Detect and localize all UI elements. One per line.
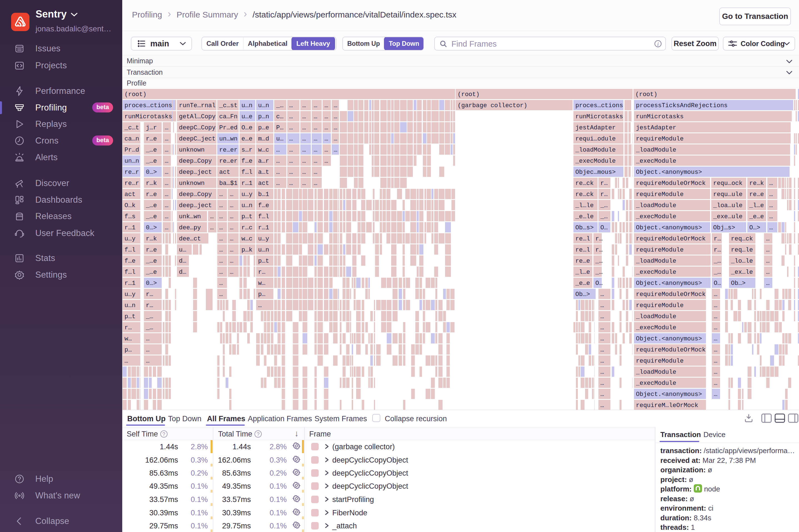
svg-text:…: … [334, 113, 337, 120]
svg-text:…: … [769, 224, 773, 231]
svg-text:re…er: re…er [219, 147, 238, 154]
svg-text:…: … [600, 336, 604, 342]
svg-text:f…e: f…e [241, 158, 253, 165]
svg-text:_…e: _…e [146, 158, 157, 165]
svg-text:…: … [714, 336, 717, 342]
svg-text:p…t: p…t [241, 213, 253, 220]
svg-text:unknown: unknown [179, 180, 204, 187]
svg-text:…: … [302, 102, 306, 109]
svg-text:_e…e: _e…e [749, 213, 764, 220]
svg-text:runTe…rnal: runTe…rnal [179, 102, 216, 109]
svg-text:…: … [276, 169, 280, 176]
svg-text:O…e: O…e [241, 125, 253, 131]
svg-text:requi…odule: requi…odule [575, 135, 616, 142]
svg-text:_l…e: _l…e [749, 202, 764, 209]
svg-text:u…n: u…n [125, 302, 135, 309]
svg-text:…: … [302, 125, 306, 131]
svg-text:u…n: u…n [258, 102, 269, 109]
svg-text:…: … [289, 169, 293, 176]
svg-text:…: … [276, 147, 280, 154]
svg-text:…: … [600, 346, 604, 354]
svg-text:…: … [302, 169, 306, 176]
svg-text:…: … [600, 391, 604, 398]
svg-text:…: … [324, 125, 328, 131]
svg-text:req…ck: req…ck [731, 235, 753, 242]
svg-text:u…: u… [179, 247, 186, 253]
svg-text:f…l: f…l [125, 247, 135, 253]
svg-text:re…ck: re…ck [575, 180, 594, 187]
svg-text:…: … [714, 302, 717, 309]
svg-text:w…c: w…c [241, 235, 253, 242]
svg-text:…: … [334, 125, 337, 131]
svg-text:deep…Copy: deep…Copy [179, 158, 212, 165]
svg-text:Objec…mous>: Objec…mous> [575, 169, 616, 176]
svg-text:…: … [600, 302, 604, 309]
svg-text:…: … [324, 113, 328, 120]
svg-text:p…n: p…n [258, 113, 269, 120]
svg-text:…: … [165, 213, 168, 220]
svg-text:requireM…leOrMock: requireM…leOrMock [636, 402, 698, 409]
svg-text:proces…ctions: proces…ctions [125, 102, 172, 109]
svg-text:_l…e: _l…e [575, 269, 590, 276]
svg-text:deep…Copy: deep…Copy [179, 191, 212, 198]
svg-text:act: act [125, 191, 135, 198]
svg-text:…: … [146, 358, 149, 365]
svg-text:O…: O… [595, 280, 602, 287]
svg-text:…: … [600, 402, 604, 409]
svg-text:r…: r… [125, 324, 132, 331]
svg-text:…: … [766, 280, 769, 287]
svg-text:getAl…Copy: getAl…Copy [179, 113, 216, 120]
svg-text:u…n: u…n [241, 202, 253, 209]
svg-text:w…: w… [258, 280, 265, 287]
svg-text:u…y: u…y [258, 235, 269, 242]
svg-text:…: … [302, 147, 306, 154]
svg-text:…: … [289, 147, 293, 154]
svg-text:a…r: a…r [258, 158, 269, 165]
svg-text:…: … [714, 369, 717, 376]
svg-text:…: … [230, 235, 234, 242]
svg-text:_…: _… [600, 202, 608, 209]
svg-text:…: … [324, 135, 328, 142]
svg-text:act: act [219, 169, 230, 176]
svg-text:_e…le: _e…le [575, 213, 594, 220]
svg-text:Ob…>: Ob…> [731, 280, 746, 287]
svg-text:_loadModule: _loadModule [636, 313, 676, 320]
svg-text:p…k: p…k [241, 247, 253, 253]
svg-text:requireModuleOrMock: requireModuleOrMock [636, 291, 706, 298]
svg-text:…: … [219, 213, 223, 220]
svg-text:r…: r… [714, 235, 721, 242]
svg-text:re…e: re…e [749, 191, 764, 198]
svg-text:r…1: r…1 [258, 224, 269, 231]
svg-text:_execModule: _execModule [636, 269, 676, 276]
svg-text:…: … [230, 202, 234, 209]
svg-text:j…r: j…r [146, 125, 157, 131]
svg-text:…: … [769, 180, 773, 187]
svg-text:r…: r… [595, 235, 602, 242]
svg-text:…: … [230, 258, 234, 265]
svg-text:f…l: f…l [241, 169, 253, 176]
svg-text:…: … [289, 102, 293, 109]
svg-text:…: … [165, 169, 168, 176]
svg-text:…: … [600, 313, 604, 320]
svg-text:…: … [766, 258, 769, 265]
svg-text:…: … [289, 135, 293, 142]
svg-text:_execModule: _execModule [636, 380, 676, 387]
svg-text:f…e: f…e [125, 258, 135, 265]
svg-text:…: … [302, 180, 306, 187]
svg-text:p…: p… [258, 291, 265, 298]
svg-text:f…l: f…l [125, 269, 135, 276]
svg-text:…: … [314, 180, 317, 187]
svg-text:_execModule: _execModule [575, 158, 616, 165]
svg-text:_c…t: _c…t [124, 125, 139, 131]
svg-text:(garbage collector): (garbage collector) [458, 102, 527, 109]
svg-text:ca…n: ca…n [125, 135, 139, 142]
svg-text:_…e: _…e [146, 213, 157, 220]
svg-text:ca…Fn: ca…Fn [219, 113, 238, 120]
svg-text:requireModuleOrMock: requireModuleOrMock [636, 180, 706, 187]
svg-text:_…e: _…e [146, 258, 157, 265]
svg-text:re…k: re…k [749, 180, 764, 187]
svg-text:O…>: O…> [749, 224, 760, 231]
svg-text:re…ck: re…ck [575, 191, 594, 198]
svg-text:_c…st: _c…st [219, 102, 238, 109]
svg-text:r…k: r…k [146, 180, 157, 187]
